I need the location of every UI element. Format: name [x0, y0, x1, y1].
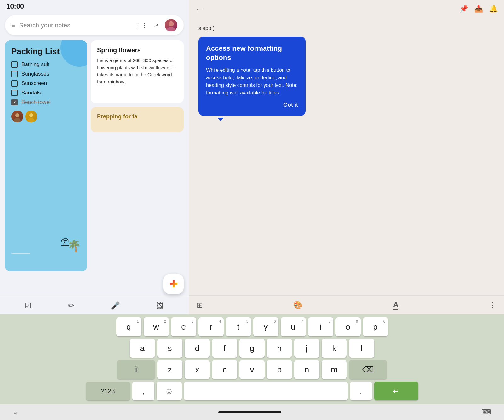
key-h[interactable]: h — [267, 339, 292, 358]
key-v[interactable]: v — [239, 360, 265, 379]
pin-icon[interactable]: 📌 — [460, 5, 468, 13]
nav-chevron-down[interactable]: ⌄ — [13, 408, 18, 416]
keyboard[interactable]: q1 w2 e3 r4 t5 y6 u7 i8 o9 p0 a s d f g … — [0, 314, 504, 404]
tooltip-title: Access new formatting options — [206, 44, 298, 62]
key-d[interactable]: d — [185, 339, 210, 358]
prepping-note[interactable]: Prepping for fa — [91, 107, 184, 132]
search-bar[interactable]: ≡ Search your notes ⋮⋮ ↗ — [5, 15, 184, 35]
keyboard-row-1: q1 w2 e3 r4 t5 y6 u7 i8 o9 p0 — [3, 317, 501, 336]
draw-toolbar-icon[interactable]: ✏ — [68, 301, 74, 310]
note-content-area: s spp.) nium x oxonianum) Access new for… — [189, 18, 504, 295]
key-u[interactable]: u7 — [281, 317, 306, 336]
key-b[interactable]: b — [267, 360, 292, 379]
reminder-icon[interactable]: 🔔 — [489, 5, 498, 13]
back-button[interactable]: ← — [195, 4, 203, 14]
numeric-key[interactable]: ?123 — [86, 382, 130, 400]
spring-flowers-note[interactable]: Spring flowers Iris is a genus of 260–30… — [91, 40, 184, 103]
more-options-icon[interactable]: ⋮ — [489, 301, 496, 309]
checklist-toolbar-icon[interactable]: ☑ — [25, 301, 32, 310]
svg-point-3 — [15, 113, 19, 117]
tooltip-body: While editing a note, tap this button to… — [206, 66, 298, 97]
expand-icon[interactable]: ↗ — [154, 22, 158, 29]
key-y[interactable]: y6 — [253, 317, 278, 336]
notes-right-column: Spring flowers Iris is a genus of 260–30… — [91, 40, 184, 271]
emoji-key[interactable]: ☺ — [157, 382, 182, 400]
checklist-item-5[interactable]: Beach towel — [11, 99, 81, 105]
checkbox-3[interactable] — [11, 80, 18, 87]
keyboard-toggle-icon[interactable]: ⌨ — [481, 408, 491, 416]
search-placeholder[interactable]: Search your notes — [19, 22, 129, 29]
shift-key[interactable]: ⇧ — [117, 360, 155, 379]
tooltip-got-it-button[interactable]: Got it — [206, 102, 298, 108]
collaborator-avatar-2 — [25, 111, 37, 122]
delete-key[interactable]: ⌫ — [349, 360, 387, 379]
color-palette-icon[interactable]: 🎨 — [293, 301, 303, 309]
right-panel: ← 📌 📥 🔔 s spp.) nium x oxonianum) Access… — [189, 0, 504, 314]
key-g[interactable]: g — [239, 339, 265, 358]
spring-flowers-body: Iris is a genus of 260–300 species of fl… — [97, 57, 177, 85]
comma-key[interactable]: , — [132, 382, 154, 400]
svg-point-4 — [14, 118, 21, 122]
key-t[interactable]: t5 — [226, 317, 251, 336]
fab-plus-icon: ✚ — [169, 278, 178, 290]
water-line — [11, 253, 30, 254]
status-bar: 10:00 — [0, 0, 189, 13]
text-format-icon[interactable]: A — [393, 300, 398, 310]
key-z[interactable]: z — [157, 360, 182, 379]
checklist-item-4[interactable]: Sandals — [11, 90, 81, 96]
key-a[interactable]: a — [130, 339, 155, 358]
checklist-item-3[interactable]: Sunscreen — [11, 80, 81, 87]
key-j[interactable]: j — [294, 339, 319, 358]
checkbox-2[interactable] — [11, 71, 18, 77]
image-toolbar-icon[interactable]: 🖼 — [157, 301, 164, 310]
grid-view-icon[interactable]: ⋮⋮ — [135, 21, 147, 29]
mic-toolbar-icon[interactable]: 🎤 — [111, 301, 120, 310]
svg-point-5 — [29, 113, 33, 117]
right-top-bar: ← 📌 📥 🔔 — [189, 0, 504, 18]
key-w[interactable]: w2 — [144, 317, 169, 336]
archive-icon[interactable]: 📥 — [474, 5, 483, 13]
new-note-fab[interactable]: ✚ — [163, 274, 184, 294]
key-n[interactable]: n — [294, 360, 319, 379]
checkbox-5[interactable] — [11, 99, 18, 105]
key-p[interactable]: p0 — [363, 317, 388, 336]
key-i[interactable]: i8 — [308, 317, 333, 336]
svg-point-6 — [28, 118, 35, 122]
keyboard-row-4: ?123 , ☺ . ↵ — [3, 382, 501, 400]
menu-icon[interactable]: ≡ — [11, 21, 15, 29]
right-bottom-bar: ⊞ 🎨 A ⋮ — [189, 295, 504, 314]
key-l[interactable]: l — [349, 339, 374, 358]
svg-point-1 — [167, 27, 175, 31]
status-time: 10:00 — [6, 2, 24, 10]
key-x[interactable]: x — [185, 360, 210, 379]
key-o[interactable]: o9 — [335, 317, 361, 336]
checkbox-4[interactable] — [11, 90, 18, 96]
key-r[interactable]: r4 — [198, 317, 224, 336]
right-top-icons: 📌 📥 🔔 — [460, 5, 498, 13]
key-s[interactable]: s — [157, 339, 182, 358]
bottom-nav: ⌄ ⌨ — [0, 404, 504, 420]
packing-list-note[interactable]: Packing List Bathing suit Sunglasses Sun… — [5, 40, 87, 271]
enter-key[interactable]: ↵ — [374, 382, 418, 400]
checkbox-1[interactable] — [11, 61, 18, 68]
collaborators-avatars — [11, 111, 81, 122]
spring-flowers-title: Spring flowers — [97, 47, 177, 54]
checklist-item-2[interactable]: Sunglasses — [11, 71, 81, 77]
key-e[interactable]: e3 — [171, 317, 196, 336]
key-f[interactable]: f — [212, 339, 237, 358]
key-c[interactable]: c — [212, 360, 237, 379]
add-content-icon[interactable]: ⊞ — [197, 301, 203, 309]
bottom-toolbar: ☑ ✏ 🎤 🖼 — [0, 297, 189, 314]
keyboard-row-3: ⇧ z x c v b n m ⌫ — [3, 360, 501, 379]
key-k[interactable]: k — [322, 339, 347, 358]
key-q[interactable]: q1 — [116, 317, 141, 336]
nav-home-indicator — [218, 411, 281, 413]
space-key[interactable] — [184, 382, 348, 400]
prepping-title: Prepping for fa — [97, 113, 177, 120]
formatting-tooltip: Access new formatting options While edit… — [198, 37, 306, 116]
fab-container: ✚ — [0, 271, 189, 297]
svg-point-2 — [169, 21, 174, 26]
user-avatar[interactable] — [165, 19, 177, 31]
key-m[interactable]: m — [322, 360, 347, 379]
period-key[interactable]: . — [350, 382, 372, 400]
